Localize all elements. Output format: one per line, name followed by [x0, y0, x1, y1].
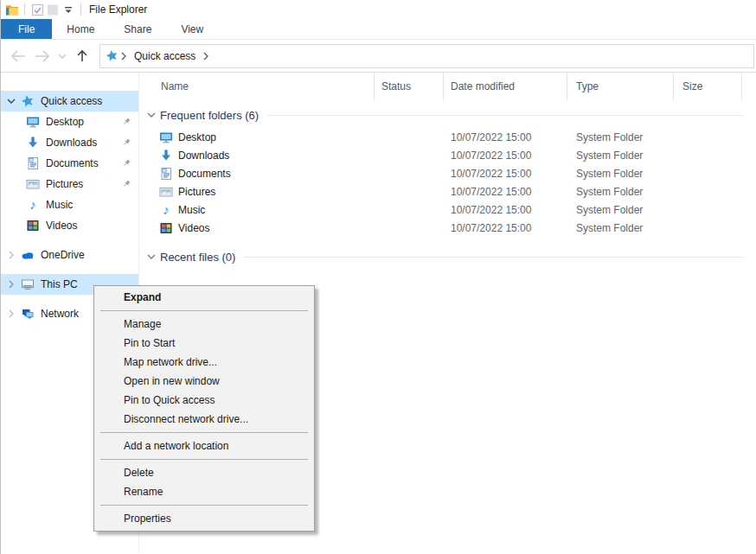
documents-icon [26, 156, 40, 170]
breadcrumb-chevron-icon[interactable] [119, 52, 129, 60]
sidebar-item-label: This PC [41, 278, 78, 290]
file-name: Pictures [178, 186, 215, 198]
sidebar-item-pictures[interactable]: Pictures [1, 174, 138, 194]
sidebar-item-videos[interactable]: Videos [1, 215, 138, 236]
file-date-modified: 10/07/2022 15:00 [444, 182, 567, 201]
file-row-pictures[interactable]: Pictures 10/07/2022 15:00 System Folder [139, 182, 756, 201]
pin-icon [121, 158, 131, 169]
sidebar-item-label: Music [46, 199, 73, 211]
music-icon: ♪ [159, 203, 173, 217]
menu-item-properties[interactable]: Properties [94, 509, 314, 528]
tab-file[interactable]: File [1, 19, 52, 39]
group-header-frequent-folders[interactable]: Frequent folders (6) [139, 105, 756, 124]
titlebar-separator [80, 3, 81, 16]
tab-share[interactable]: Share [109, 19, 166, 39]
menu-item-add-a-network-location[interactable]: Add a network location [94, 436, 314, 455]
qat-customize-dropdown-icon[interactable] [61, 3, 76, 16]
column-header-name[interactable]: Name [139, 73, 375, 100]
file-date-modified: 10/07/2022 15:00 [444, 219, 567, 237]
file-name: Downloads [178, 150, 229, 162]
network-icon [21, 307, 35, 321]
menu-item-expand[interactable]: Expand [94, 288, 314, 307]
up-button[interactable] [70, 45, 94, 67]
desktop-icon [26, 115, 40, 129]
sidebar-item-desktop[interactable]: Desktop [1, 111, 138, 132]
chevron-down-icon[interactable] [6, 96, 16, 106]
title-bar: File Explorer [1, 0, 756, 19]
pictures-icon [159, 185, 173, 199]
chevron-down-icon[interactable] [146, 252, 157, 262]
recent-locations-dropdown-icon[interactable] [54, 45, 70, 67]
menu-item-manage[interactable]: Manage [94, 315, 314, 334]
sidebar-item-music[interactable]: ♪ Music [1, 194, 138, 215]
file-date-modified: 10/07/2022 15:00 [444, 201, 567, 219]
sidebar-item-label: Documents [46, 157, 99, 169]
menu-item-rename[interactable]: Rename [94, 482, 314, 501]
file-row-documents[interactable]: Documents 10/07/2022 15:00 System Folder [139, 164, 756, 182]
column-header-type[interactable]: Type [567, 73, 674, 100]
file-size [674, 219, 742, 237]
group-header-recent-files[interactable]: Recent files (0) [139, 247, 756, 266]
sidebar-item-documents[interactable]: Documents [1, 153, 138, 174]
desktop-icon [159, 131, 173, 144]
address-bar[interactable]: Quick access [99, 44, 754, 68]
videos-icon [159, 221, 173, 235]
pin-icon [121, 117, 131, 127]
sidebar-item-onedrive[interactable]: OneDrive [1, 245, 138, 265]
group-header-rule [244, 257, 744, 258]
downloads-icon [159, 149, 173, 162]
chevron-right-icon[interactable] [6, 279, 16, 290]
qat-properties-icon[interactable] [29, 3, 45, 16]
file-row-desktop[interactable]: Desktop 10/07/2022 15:00 System Folder [139, 128, 756, 146]
context-menu-this-pc: Expand Manage Pin to Start Map network d… [93, 285, 315, 532]
menu-item-pin-to-quick-access[interactable]: Pin to Quick access [94, 391, 314, 410]
breadcrumb-quick-access[interactable]: Quick access [129, 50, 201, 62]
sidebar-item-quick-access[interactable]: Quick access [1, 91, 138, 111]
chevron-right-icon[interactable] [6, 309, 16, 319]
menu-item-delete[interactable]: Delete [94, 463, 314, 482]
tab-view[interactable]: View [166, 19, 218, 39]
column-header-status[interactable]: Status [375, 73, 444, 100]
file-row-music[interactable]: ♪ Music 10/07/2022 15:00 System Folder [139, 201, 756, 219]
menu-item-open-in-new-window[interactable]: Open in new window [94, 372, 314, 391]
sidebar-item-downloads[interactable]: Downloads [1, 132, 138, 153]
file-row-videos[interactable]: Videos 10/07/2022 15:00 System Folder [139, 219, 756, 237]
menu-separator [100, 459, 308, 460]
file-name: Music [178, 204, 205, 216]
chevron-right-icon[interactable] [6, 250, 16, 260]
file-date-modified: 10/07/2022 15:00 [444, 164, 567, 182]
menu-separator [100, 310, 308, 311]
sidebar-item-label: Pictures [46, 178, 83, 190]
breadcrumb-chevron-icon[interactable] [201, 52, 211, 60]
menu-item-map-network-drive[interactable]: Map network drive... [94, 353, 314, 372]
titlebar-separator [24, 3, 25, 16]
file-date-modified: 10/07/2022 15:00 [444, 128, 567, 146]
menu-item-disconnect-network-drive[interactable]: Disconnect network drive... [94, 410, 314, 429]
qat-new-folder-icon[interactable] [45, 3, 61, 16]
pin-icon [121, 137, 131, 148]
file-type: System Folder [567, 164, 674, 182]
file-size [674, 146, 742, 164]
file-type: System Folder [567, 182, 674, 201]
videos-icon [26, 219, 40, 232]
file-status [375, 146, 444, 164]
this-pc-icon [21, 277, 35, 291]
file-type: System Folder [567, 219, 674, 237]
quick-access-star-icon [105, 48, 120, 64]
file-row-downloads[interactable]: Downloads 10/07/2022 15:00 System Folder [139, 146, 756, 164]
column-header-date-modified[interactable]: Date modified [444, 73, 567, 100]
file-status [375, 182, 444, 201]
documents-icon [159, 167, 173, 181]
window-title: File Explorer [89, 3, 147, 16]
back-button[interactable] [6, 45, 30, 67]
forward-button[interactable] [30, 45, 54, 67]
column-header-size[interactable]: Size [674, 73, 742, 100]
sidebar-item-label: Network [41, 308, 79, 320]
tab-home[interactable]: Home [52, 19, 109, 39]
menu-item-pin-to-start[interactable]: Pin to Start [94, 334, 314, 353]
explorer-logo-icon [4, 3, 20, 16]
chevron-down-icon[interactable] [146, 110, 157, 120]
menu-separator [100, 432, 308, 433]
file-name: Videos [178, 222, 209, 234]
sidebar-item-label: Videos [46, 220, 77, 232]
